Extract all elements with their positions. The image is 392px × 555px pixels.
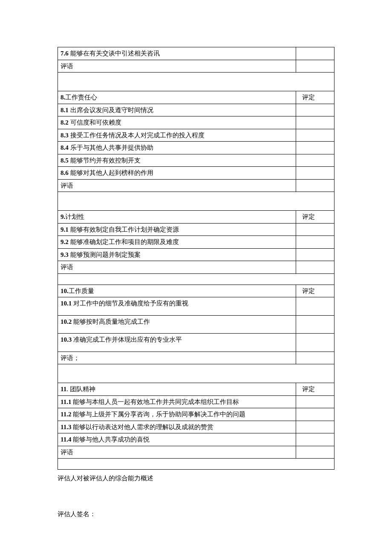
rating-cell[interactable]: [296, 297, 334, 316]
rating-header: 评定: [296, 285, 334, 297]
section-title-cell: 11. 团队精神: [58, 383, 296, 396]
comment-label: 评语: [58, 179, 296, 192]
comment-area[interactable]: [58, 459, 334, 470]
section-title-cell: 8.工作责任心: [58, 91, 296, 104]
item-row-9-3: 9.3 能够预测问题并制定预案: [58, 248, 334, 261]
rating-cell[interactable]: [296, 167, 334, 180]
item-row-11-2: 11.2 能够与上级并下属分享咨询，乐于协助同事解决工作中的问题: [58, 408, 334, 421]
comment-blank-11: [58, 459, 334, 470]
signature-label: 评估人签名：: [58, 509, 334, 519]
item-cell: 10.2 能够按时高质量地完成工作: [58, 315, 296, 334]
item-row-9-2: 9.2 能够准确划定工作和项目的期限及难度: [58, 236, 334, 249]
rating-cell[interactable]: [296, 248, 334, 261]
section-header-9: 9.计划性 评定: [58, 211, 334, 224]
item-cell: 11.1 能够与本组人员一起有效地工作并共同完成本组织工作目标: [58, 395, 296, 408]
rating-cell[interactable]: [296, 236, 334, 249]
item-text: 对工作中的细节及准确度给予应有的重视: [72, 300, 188, 307]
item-cell: 7.6 能够在有关交谈中引述相关咨讯: [58, 47, 296, 60]
rating-cell[interactable]: [296, 223, 334, 236]
comment-label: 评语: [58, 60, 296, 73]
item-num: 8.4: [61, 144, 69, 151]
rating-cell[interactable]: [296, 154, 334, 167]
item-cell: 9.3 能够预测问题并制定预案: [58, 248, 296, 261]
comment-blank-7: [58, 73, 334, 91]
item-cell: 8.2 可信度和可依赖度: [58, 116, 296, 129]
item-text: 乐于与其他人共事并提供协助: [69, 144, 153, 151]
comment-cell[interactable]: [296, 446, 334, 459]
comment-row-8: 评语: [58, 179, 334, 192]
item-row-10-2: 10.2 能够按时高质量地完成工作: [58, 315, 334, 334]
item-cell: 8.1 出席会议发问及遵守时间情况: [58, 104, 296, 116]
item-text: 能够以行动表达对他人需求的理解以及成就的赞赏: [71, 424, 213, 430]
item-cell: 8.3 接受工作任务情况及本人对完成工作的投入程度: [58, 129, 296, 142]
item-num: 9.2: [61, 238, 69, 245]
item-num: 8.1: [61, 107, 69, 113]
item-row-9-1: 9.1 能够有效制定自我工作计划并确定资源: [58, 223, 334, 236]
rating-cell[interactable]: [296, 433, 334, 446]
rating-header: 评定: [296, 91, 334, 104]
item-cell: 8.5 能够节约并有效控制开支: [58, 154, 296, 167]
section-text: 计划性: [65, 213, 84, 220]
item-text: 能够对其他人起到榜样的作用: [69, 169, 153, 176]
comment-area[interactable]: [58, 364, 334, 383]
section-num: 10.: [61, 288, 69, 294]
rating-cell[interactable]: [296, 142, 334, 154]
rating-cell[interactable]: [296, 408, 334, 421]
rating-cell[interactable]: [296, 334, 334, 352]
item-text: 能够与他人共享成功的喜悦: [71, 436, 150, 443]
comment-cell[interactable]: [296, 261, 334, 274]
item-row-7-6: 7.6 能够在有关交谈中引述相关咨讯: [58, 47, 334, 60]
rating-cell[interactable]: [296, 47, 334, 60]
item-text: 可信度和可依赖度: [69, 119, 121, 126]
rating-cell[interactable]: [296, 104, 334, 116]
item-num: 8.5: [61, 157, 69, 164]
comment-blank-10: [58, 364, 334, 383]
rating-cell[interactable]: [296, 395, 334, 408]
section-header-10: 10.工作质量 评定: [58, 285, 334, 297]
item-num: 10.1: [61, 300, 72, 307]
item-num: 8.6: [61, 169, 69, 176]
item-text: 接受工作任务情况及本人对完成工作的投入程度: [69, 132, 205, 139]
item-text: 能够与上级并下属分享咨询，乐于协助同事解决工作中的问题: [71, 411, 245, 418]
evaluation-form: 7.6 能够在有关交谈中引述相关咨讯 评语 8.工作责任心 评定 8.1 出席会…: [58, 47, 334, 470]
item-cell: 11.3 能够以行动表达对他人需求的理解以及成就的赞赏: [58, 421, 296, 433]
item-text: 能够按时高质量地完成工作: [72, 318, 150, 325]
item-text: 能够节约并有效控制开支: [69, 157, 141, 164]
item-cell: 9.2 能够准确划定工作和项目的期限及难度: [58, 236, 296, 249]
item-row-10-3: 10.3 准确完成工作并体现出应有的专业水平: [58, 334, 334, 352]
item-row-11-3: 11.3 能够以行动表达对他人需求的理解以及成就的赞赏: [58, 421, 334, 433]
item-num: 8.3: [61, 132, 69, 139]
item-num: 9.1: [61, 226, 69, 233]
item-text: 能够与本组人员一起有效地工作并共同完成本组织工作目标: [71, 398, 239, 405]
comment-row-7: 评语: [58, 60, 334, 73]
comment-cell[interactable]: [296, 60, 334, 73]
rating-cell[interactable]: [296, 315, 334, 334]
item-num: 8.2: [61, 119, 69, 126]
item-num: 10.3: [61, 336, 72, 343]
comment-label: 评语: [58, 261, 296, 274]
rating-cell[interactable]: [296, 129, 334, 142]
section-header-11: 11. 团队精神 评定: [58, 383, 334, 396]
item-num: 7.6: [61, 50, 69, 57]
comment-area[interactable]: [58, 273, 334, 285]
comment-area[interactable]: [58, 73, 334, 91]
item-row-8-5: 8.5 能够节约并有效控制开支: [58, 154, 334, 167]
comment-area[interactable]: [58, 192, 334, 211]
section-text: . 团队精神: [66, 386, 95, 392]
item-text: 能够在有关交谈中引述相关咨讯: [69, 50, 160, 57]
comment-blank-9: [58, 273, 334, 285]
item-row-8-3: 8.3 接受工作任务情况及本人对完成工作的投入程度: [58, 129, 334, 142]
summary-label: 评估人对被评估人的综合能力概述: [58, 473, 334, 483]
rating-cell[interactable]: [296, 116, 334, 129]
item-cell: 10.1 对工作中的细节及准确度给予应有的重视: [58, 297, 296, 316]
item-cell: 8.6 能够对其他人起到榜样的作用: [58, 167, 296, 180]
item-num: 11.2: [61, 411, 71, 418]
comment-cell[interactable]: [296, 352, 334, 364]
item-cell: 11.4 能够与他人共享成功的喜悦: [58, 433, 296, 446]
rating-cell[interactable]: [296, 421, 334, 433]
section-num: 9.: [61, 213, 65, 220]
comment-cell[interactable]: [296, 179, 334, 192]
section-text: 工作质量: [69, 288, 94, 294]
comment-row-11: 评语: [58, 446, 334, 459]
item-text: 出席会议发问及遵守时间情况: [69, 107, 153, 113]
